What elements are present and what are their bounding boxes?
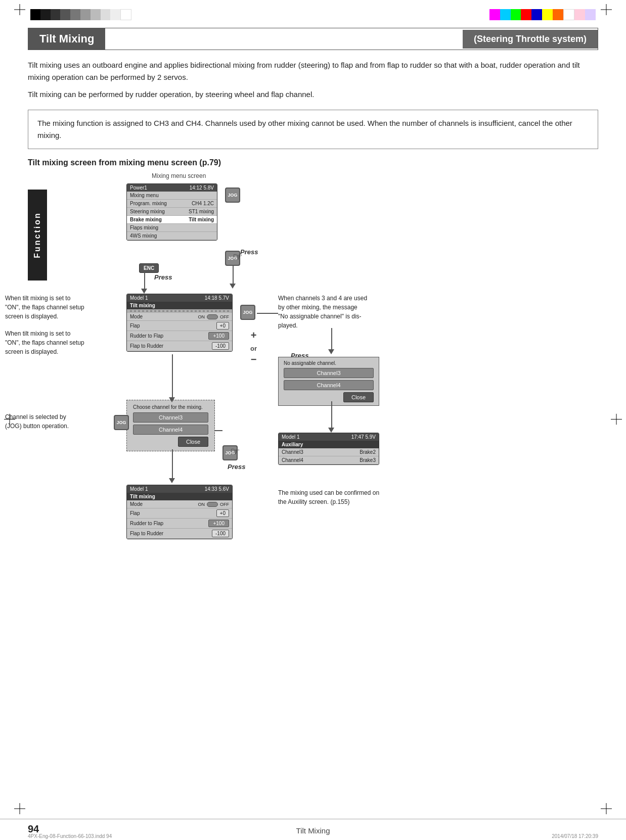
screen2-mode: Mode ON OFF	[127, 313, 232, 321]
main-content: Tilt Mixing (Steering Throttle system) T…	[28, 28, 598, 810]
reg-mark-bl	[14, 803, 25, 816]
mixing-menu-label: Mixing menu screen	[152, 172, 206, 179]
tilt-mixing-screen-2: Model 1 14:33 5.6V Tilt mixing Mode ON O…	[126, 485, 233, 539]
hand-icon-2: ☞	[233, 251, 243, 264]
aux-ch3: Channel3 Brake2	[279, 448, 379, 456]
footer-title: Tilt Mixing	[296, 826, 330, 835]
screen3-mode: Mode ON OFF	[127, 500, 232, 508]
screen-header-1: Power1 14:12 5.8V	[127, 184, 217, 192]
plus-or-minus: +or−	[250, 329, 257, 365]
close-btn-2[interactable]: Close	[343, 392, 374, 402]
press-label-2: Press	[240, 248, 258, 256]
no-assign-ch4: Channel4	[284, 380, 374, 390]
channel4-btn[interactable]: Channel4	[133, 425, 208, 435]
screen2-header: Model 1 14:18 5.7V	[127, 294, 232, 302]
line-jog3-right	[257, 313, 278, 314]
title-bar: Tilt Mixing (Steering Throttle system)	[28, 28, 598, 50]
press-label-1: Press	[154, 273, 172, 281]
diagram-area: Mixing menu screen Power1 14:12 5.8V Mix…	[51, 172, 621, 587]
screen2-header-right: 14:18 5.7V	[205, 295, 229, 301]
annotation-confirm: The mixing used can be confirmed onthe A…	[278, 488, 410, 506]
screen-row-flaps: Flaps mixing	[127, 224, 217, 232]
aux-ch4: Channel4 Brake3	[279, 456, 379, 464]
no-assign-box: No assignable channel. Channel3 Channel4…	[278, 357, 379, 406]
arrow-down-3	[169, 397, 175, 402]
no-assign-ch3: Channel3	[284, 368, 374, 378]
screen-header-right-1: 14:12 5.8V	[190, 185, 214, 191]
arrow-down-5	[328, 349, 334, 354]
annotation-when-on-1: When tilt mixing is set to"ON", the flap…	[5, 294, 116, 321]
screen2-header-left: Model 1	[130, 295, 148, 301]
date-info: 2014/07/18 17:20:39	[552, 833, 598, 839]
no-assign-message: No assignable channel.	[284, 360, 374, 366]
title-left: Tilt Mixing	[28, 28, 105, 50]
aux-header: Model 1 17:47 5.9V	[279, 433, 379, 441]
screen2-rudder-flap: Rudder to Flap +100	[127, 331, 232, 341]
line-noassign-aux	[331, 401, 332, 429]
body-text-2: Tilt mixing can be performed by rudder o…	[28, 88, 598, 101]
screen3-header-left: Model 1	[130, 486, 148, 492]
reg-mark-tr	[601, 4, 612, 17]
annotation-channel: Channel is selected by(JOG) button opera…	[5, 412, 111, 431]
screen2-flap-rudder: Flap to Rudder -100	[127, 341, 232, 351]
tilt-mixing-screen-1: Model 1 14:18 5.7V Tilt mixing Mode ON O…	[126, 294, 233, 352]
screen2-divider	[130, 310, 229, 312]
screen-header-left-1: Power1	[130, 185, 147, 191]
screen-row-menu: Mixing menu	[127, 192, 217, 200]
line-screen2-channel	[172, 354, 173, 399]
screen2-title: Tilt mixing	[127, 302, 232, 309]
section-title: Tilt mixing screen from mixing menu scre…	[28, 158, 598, 167]
screen3-flap: Flap +0	[127, 508, 232, 519]
gray-bar	[30, 9, 131, 20]
channel-box: Choose channel for the mixing. Channel3 …	[126, 400, 215, 451]
reg-mark-tl	[14, 4, 25, 17]
aux-header-left: Model 1	[282, 434, 300, 440]
file-info: 4PX-Eng-08-Function-66-103.indd 94	[28, 833, 112, 839]
screen-row-steer: Steering mixingST1 mixing	[127, 208, 217, 216]
press-label-3: Press	[228, 463, 245, 471]
screen-row-prog: Program. mixingCH4 1.2C	[127, 200, 217, 208]
aux-header-right: 17:47 5.9V	[351, 434, 376, 440]
screen2-flap: Flap +0	[127, 321, 232, 331]
screen3-title: Tilt mixing	[127, 493, 232, 500]
title-right: (Steering Throttle system)	[463, 30, 598, 49]
line-ch-jog5	[215, 430, 222, 431]
arrow-down-1	[141, 289, 147, 294]
channel3-btn[interactable]: Channel3	[133, 412, 208, 423]
screen-row-4ws: 4WS mixing	[127, 232, 217, 240]
arrow-down-2	[230, 284, 236, 289]
mixing-menu-screen: Power1 14:12 5.8V Mixing menu Program. m…	[126, 183, 217, 241]
body-text-1: Tilt mixing uses an outboard engine and …	[28, 59, 598, 83]
info-box: The mixing function is assigned to CH3 a…	[28, 110, 598, 149]
annotation-when-on-2: When tilt mixing is set to"ON", the flap…	[5, 329, 116, 356]
close-btn-1[interactable]: Close	[178, 437, 208, 447]
auxiliary-screen: Model 1 17:47 5.9V Auxiliary Channel3 Br…	[278, 433, 379, 465]
screen3-rudder-flap: Rudder to Flap +100	[127, 519, 232, 529]
line-annot-noassign	[331, 328, 332, 351]
jog-button-3[interactable]: JOG	[240, 305, 255, 320]
annotation-no-channel: When channels 3 and 4 are usedby other m…	[278, 294, 405, 330]
jog-button-4[interactable]: JOG	[114, 415, 129, 430]
sidebar-block: Function	[28, 190, 47, 281]
screen3-header-right: 14:33 5.6V	[205, 486, 229, 492]
line-enc-down	[144, 271, 145, 291]
sidebar-label: Function	[33, 212, 42, 258]
channel-box-title: Choose channel for the mixing.	[133, 404, 208, 410]
hand-icon-1: ☞	[230, 445, 240, 458]
jog-button-1[interactable]: JOG	[225, 188, 240, 203]
color-swatches	[489, 9, 596, 20]
aux-title: Auxiliary	[279, 441, 379, 448]
screen-row-brake: Brake mixingTilt mixing	[127, 216, 217, 224]
enc-button[interactable]: ENC	[139, 263, 159, 273]
arrow-down-6	[328, 428, 334, 433]
arrow-down-4	[169, 478, 175, 483]
line-jog2-down	[233, 265, 234, 286]
screen3-flap-rudder: Flap to Rudder -100	[127, 529, 232, 539]
screen3-header: Model 1 14:33 5.6V	[127, 485, 232, 493]
reg-mark-br	[601, 803, 612, 816]
line-channel-screen3	[172, 449, 173, 480]
